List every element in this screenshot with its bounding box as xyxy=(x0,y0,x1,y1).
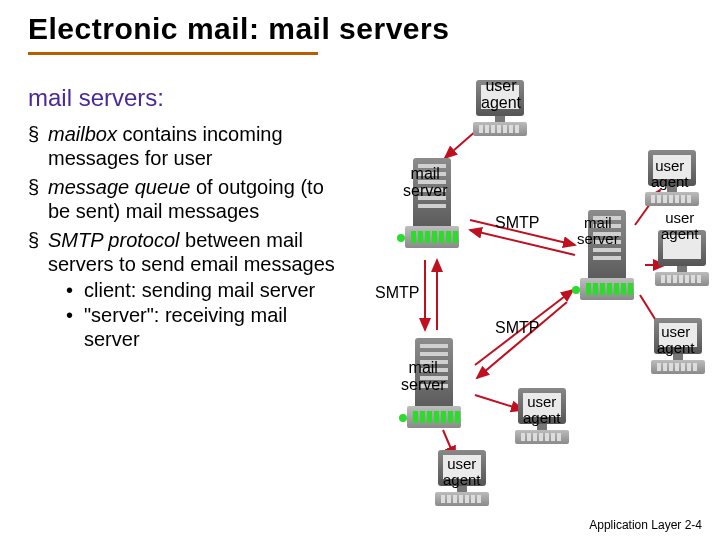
bullet-3-emph: SMTP protocol xyxy=(48,229,180,251)
footer: Application Layer 2-4 xyxy=(589,518,702,532)
bullet-2-emph: message queue xyxy=(48,176,190,198)
bullet-3: SMTP protocol between mail servers to se… xyxy=(28,228,348,352)
label-user-agent-r2: user agent xyxy=(661,210,699,242)
label-mail-server-bottom: mail server xyxy=(401,360,445,394)
bullet-3-sub1: client: sending mail server xyxy=(48,278,348,302)
title-underline xyxy=(28,52,318,55)
bullet-3-sub2: "server": receiving mail server xyxy=(48,303,348,352)
label-smtp-1: SMTP xyxy=(495,215,539,232)
label-smtp-2: SMTP xyxy=(375,285,419,302)
bullet-2: message queue of outgoing (to be sent) m… xyxy=(28,175,348,224)
bullet-list: mailbox contains incoming messages for u… xyxy=(28,122,348,356)
label-user-agent-r3: user agent xyxy=(657,324,695,356)
label-user-agent-top: user agent xyxy=(481,78,521,112)
label-mail-server-right: mail server xyxy=(577,215,619,247)
label-user-agent-b2: user agent xyxy=(443,456,481,488)
subheading: mail servers: xyxy=(28,84,164,112)
label-user-agent-b1: user agent xyxy=(523,394,561,426)
svg-line-6 xyxy=(477,302,567,378)
svg-line-2 xyxy=(470,230,575,255)
label-user-agent-r1: user agent xyxy=(651,158,689,190)
bullet-1: mailbox contains incoming messages for u… xyxy=(28,122,348,171)
diagram: user agent mail server SMTP mail server … xyxy=(355,80,705,490)
page-title: Electronic mail: mail servers xyxy=(0,0,720,50)
label-mail-server-1: mail server xyxy=(403,166,447,200)
label-smtp-3: SMTP xyxy=(495,320,539,337)
bullet-1-emph: mailbox xyxy=(48,123,117,145)
